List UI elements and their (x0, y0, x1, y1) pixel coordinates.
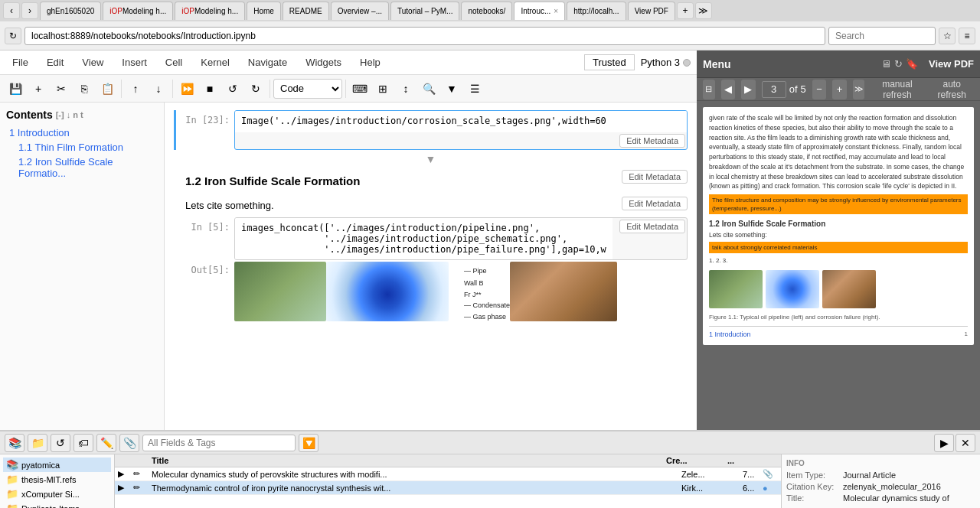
restart-btn[interactable]: ↺ (222, 78, 243, 99)
pdf-next-btn[interactable]: ▶ (741, 80, 756, 99)
cell-in5-code[interactable]: images_hconcat(['../images/introduction/… (235, 218, 612, 259)
cell-in23-code[interactable]: Image('../images/introduction/corrosion_… (235, 111, 687, 132)
row1-edit-icon: ✏ (133, 483, 149, 493)
move-up-btn[interactable]: ↑ (125, 78, 146, 99)
tab-readme[interactable]: README (283, 2, 329, 20)
zotero-icon[interactable]: 📚 (5, 434, 24, 452)
zotero-lib-duplicates[interactable]: 📁 Duplicate Items (3, 501, 111, 508)
menu-help[interactable]: Help (354, 54, 387, 71)
pdf-icon1[interactable]: 🖥 (881, 58, 891, 70)
tab-viewpdf[interactable]: View PDF (628, 2, 675, 20)
pdf-page-input[interactable] (762, 81, 786, 98)
zotero-lib-thesis[interactable]: 📁 thesis-MIT.refs (3, 472, 111, 487)
pdf-highlight2: talk about strongly correlated materials (709, 242, 968, 253)
zotero-close-btn[interactable]: ✕ (956, 434, 975, 452)
toc-item-iron-sulfide[interactable]: 1.2 Iron Sulfide Scale Formatio... (6, 155, 158, 181)
search-btn[interactable]: 🔍 (418, 78, 439, 99)
zotero-edit-btn[interactable]: ✏️ (96, 434, 116, 452)
more-btn[interactable]: ≫ (695, 2, 712, 19)
pdf-zoom-out-btn[interactable]: − (812, 80, 827, 99)
zotero-add-btn[interactable]: 📁 (28, 434, 47, 452)
auto-refresh-btn[interactable]: auto refresh (929, 77, 974, 102)
cell-in5-body[interactable]: images_hconcat(['../images/introduction/… (234, 217, 688, 260)
table-row-1[interactable]: ▶ ✏ Thermodynamic control of iron pyrite… (115, 481, 781, 495)
save-btn[interactable]: 💾 (5, 78, 26, 99)
menu-widgets[interactable]: Widgets (299, 54, 348, 71)
tab-modeling1[interactable]: iOP Modeling h... (103, 2, 173, 20)
trusted-badge[interactable]: Trusted (584, 54, 635, 70)
stop-btn[interactable]: ■ (199, 78, 220, 99)
item-type-val: Journal Article (843, 471, 896, 480)
pdf-prev-btn[interactable]: ◀ (721, 80, 736, 99)
bookmark-btn[interactable]: ☆ (939, 28, 956, 44)
list-btn[interactable]: ☰ (464, 78, 485, 99)
add-cell-btn[interactable]: + (28, 78, 49, 99)
zotero-filter-btn[interactable]: 🔽 (299, 434, 318, 452)
zotero-sync-btn[interactable]: ↺ (51, 434, 70, 452)
cell-in23-meta-btn[interactable]: Edit Metadata (619, 134, 685, 148)
collapse-arrow[interactable]: ▼ (165, 151, 697, 167)
settings-btn[interactable]: ≡ (959, 28, 975, 44)
menu-navigate[interactable]: Navigate (242, 54, 293, 71)
zotero-tag-btn[interactable]: 🏷 (74, 434, 93, 452)
toc-item-intro[interactable]: 1 Introduction (6, 125, 158, 140)
paste-btn[interactable]: 📋 (96, 78, 118, 99)
pdf-section-btn[interactable]: 1 Introduction (709, 330, 751, 339)
cell-heading-meta-btn[interactable]: Edit Metadata (622, 170, 688, 184)
tab-ghEn[interactable]: ghEn1605020 (40, 2, 101, 20)
zotero-search-input[interactable] (142, 435, 296, 451)
tab-home[interactable]: Home (247, 2, 281, 20)
pdf-icon2[interactable]: ↻ (894, 58, 903, 70)
chart-btn[interactable]: ↕ (395, 78, 416, 99)
tab-notebooks[interactable]: notebooks/ (461, 2, 512, 20)
toc-controls[interactable]: [-] ↓ n t (56, 110, 83, 119)
tab-localhost[interactable]: http://localh... (567, 2, 626, 20)
cell-type-select[interactable]: Code Markdown Raw (273, 79, 342, 99)
header-creator[interactable]: Cre... (663, 456, 724, 465)
cell-in23-body[interactable]: Image('../images/introduction/corrosion_… (234, 110, 688, 150)
zotero-attach-btn[interactable]: 📎 (119, 434, 139, 452)
url-bar[interactable] (24, 27, 825, 45)
header-year[interactable]: ... (724, 456, 747, 465)
pdf-zoom-in-btn[interactable]: + (832, 80, 847, 99)
menu-view[interactable]: View (76, 54, 109, 71)
zotero-lib-xcomp[interactable]: 📁 xComputer Si... (3, 487, 111, 501)
toc-title-label: Contents (6, 109, 53, 121)
zotero-arrow-btn[interactable]: ▶ (934, 434, 954, 452)
expand-btn[interactable]: ▼ (441, 78, 462, 99)
run-btn[interactable]: ⏩ (176, 78, 198, 99)
cut-btn[interactable]: ✂ (51, 78, 72, 99)
menu-file[interactable]: File (6, 54, 34, 71)
zotero-lib-pyatomica[interactable]: 📚 pyatomica (3, 458, 111, 472)
header-title[interactable]: Title (149, 456, 663, 465)
forward-btn[interactable]: › (21, 2, 38, 19)
cell-cite: Edit Metadata Lets cite something. (174, 195, 688, 216)
new-tab-btn[interactable]: + (677, 2, 694, 19)
toc-item-thin-film[interactable]: 1.1 Thin Film Formation (6, 140, 158, 155)
tab-overview[interactable]: Overview –... (331, 2, 389, 20)
pdf-icon3[interactable]: 🔖 (906, 58, 918, 70)
row0-attach-icon: 📎 (763, 469, 778, 479)
cell-in5-meta-btn[interactable]: Edit Metadata (619, 220, 685, 233)
keyboard-btn[interactable]: ⌨ (349, 78, 371, 99)
menu-cell[interactable]: Cell (159, 54, 188, 71)
menu-insert[interactable]: Insert (116, 54, 153, 71)
tab-tutorial[interactable]: Tutorial – PyM... (390, 2, 459, 20)
back-btn[interactable]: ‹ (3, 2, 20, 19)
table-row-0[interactable]: ▶ ✏ Molecular dynamics study of perovski… (115, 467, 781, 481)
cell-cite-meta-btn[interactable]: Edit Metadata (622, 197, 688, 210)
search-bar[interactable] (828, 27, 936, 45)
restart-run-btn[interactable]: ↻ (245, 78, 266, 99)
menu-edit[interactable]: Edit (41, 54, 70, 71)
sep4 (345, 80, 346, 98)
tab-intro[interactable]: Introuc... × (514, 2, 565, 20)
pdf-expand-btn[interactable]: ≫ (853, 80, 865, 99)
move-down-btn[interactable]: ↓ (148, 78, 169, 99)
pdf-nav-icons[interactable]: ⊟ (703, 80, 715, 99)
reload-btn[interactable]: ↻ (5, 28, 21, 44)
copy-btn[interactable]: ⎘ (74, 78, 95, 99)
grid-btn[interactable]: ⊞ (372, 78, 394, 99)
manual-refresh-btn[interactable]: manual refresh (871, 77, 923, 102)
menu-kernel[interactable]: Kernel (194, 54, 236, 71)
tab-modeling2[interactable]: iOP Modeling h... (175, 2, 245, 20)
